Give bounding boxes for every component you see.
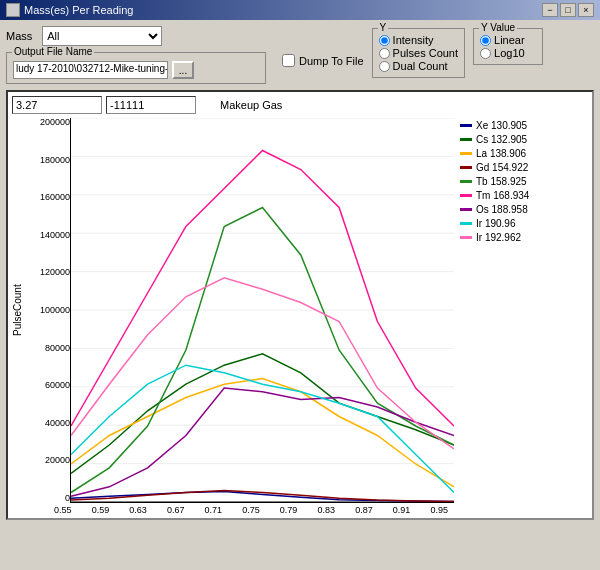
chart-header: 3.27 -11111 Makeup Gas xyxy=(12,96,588,114)
y-tick-20000: 20000 xyxy=(28,456,70,465)
chart-area: 3.27 -11111 Makeup Gas PulseCount 200000… xyxy=(6,90,594,520)
legend-item: Tm 168.934 xyxy=(460,190,586,201)
browse-button[interactable]: ... xyxy=(172,61,194,79)
makeup-gas-label: Makeup Gas xyxy=(220,99,282,111)
y-log10-row: Log10 xyxy=(480,47,536,59)
y-tick-0: 0 xyxy=(28,494,70,503)
main-panel: Mass All Output File Name ludy 17-2010\0… xyxy=(0,20,600,526)
y-dual-label: Dual Count xyxy=(393,60,448,72)
legend-item: La 138.906 xyxy=(460,148,586,159)
y-tick-200000: 200000 xyxy=(28,118,70,127)
maximize-button[interactable]: □ xyxy=(560,3,576,17)
legend-label: Ir 192.962 xyxy=(476,232,521,243)
y-pulses-label: Pulses Count xyxy=(393,47,458,59)
y-linear-label: Linear xyxy=(494,34,525,46)
y-tick-180000: 180000 xyxy=(28,156,70,165)
y-linear-radio[interactable] xyxy=(480,35,491,46)
legend-label: Ir 190.96 xyxy=(476,218,515,229)
legend-color-bar xyxy=(460,236,472,239)
legend-label: Tm 168.934 xyxy=(476,190,529,201)
mass-row: Mass All xyxy=(6,26,162,46)
dump-to-file-row: Dump To File xyxy=(282,54,364,67)
y-pulses-row: Pulses Count xyxy=(379,47,458,59)
legend-color-bar xyxy=(460,208,472,211)
minimize-button[interactable]: − xyxy=(542,3,558,17)
chart-legend: Xe 130.905Cs 132.905La 138.906Gd 154.922… xyxy=(458,118,588,245)
y-tick-120000: 120000 xyxy=(28,268,70,277)
y-group-label: Y xyxy=(378,22,389,33)
chart-plot-area xyxy=(70,118,454,503)
legend-color-bar xyxy=(460,180,472,183)
legend-label: Tb 158.925 xyxy=(476,176,527,187)
legend-item: Cs 132.905 xyxy=(460,134,586,145)
y-group: Y Intensity Pulses Count Dual Count xyxy=(372,28,465,78)
x-tick-055: 0.55 xyxy=(54,505,72,515)
legend-color-bar xyxy=(460,138,472,141)
window-controls: − □ × xyxy=(542,3,594,17)
legend-color-bar xyxy=(460,152,472,155)
legend-item: Ir 192.962 xyxy=(460,232,586,243)
legend-item: Gd 154.922 xyxy=(460,162,586,173)
chart-canvas xyxy=(71,118,454,502)
y-axis-label: PulseCount xyxy=(12,118,26,503)
dump-to-file-label: Dump To File xyxy=(299,55,364,67)
y-tick-80000: 80000 xyxy=(28,344,70,353)
title-bar: Mass(es) Per Reading − □ × xyxy=(0,0,600,20)
y-intensity-label: Intensity xyxy=(393,34,434,46)
x-tick-059: 0.59 xyxy=(92,505,110,515)
y-tick-100000: 100000 xyxy=(28,306,70,315)
y-log10-radio[interactable] xyxy=(480,48,491,59)
x-tick-067: 0.67 xyxy=(167,505,185,515)
top-controls: Mass All Output File Name ludy 17-2010\0… xyxy=(6,26,594,84)
legend-color-bar xyxy=(460,124,472,127)
y-tick-160000: 160000 xyxy=(28,193,70,202)
legend-item: Tb 158.925 xyxy=(460,176,586,187)
legend-label: Gd 154.922 xyxy=(476,162,528,173)
x-tick-071: 0.71 xyxy=(205,505,223,515)
y-value-group: Y Value Linear Log10 xyxy=(473,28,543,65)
y-tick-40000: 40000 xyxy=(28,419,70,428)
y-intensity-radio[interactable] xyxy=(379,35,390,46)
window-title: Mass(es) Per Reading xyxy=(24,4,133,16)
legend-color-bar xyxy=(460,166,472,169)
y-linear-row: Linear xyxy=(480,34,536,46)
legend-label: Xe 130.905 xyxy=(476,120,527,131)
y-dual-row: Dual Count xyxy=(379,60,458,72)
legend-label: Cs 132.905 xyxy=(476,134,527,145)
y-value-label: Y Value xyxy=(479,22,517,33)
mass-section: Mass All Output File Name ludy 17-2010\0… xyxy=(6,26,266,84)
y-dual-radio[interactable] xyxy=(379,61,390,72)
y-intensity-row: Intensity xyxy=(379,34,458,46)
x-tick-095: 0.95 xyxy=(430,505,448,515)
legend-label: La 138.906 xyxy=(476,148,526,159)
output-file-group: Output File Name ludy 17-2010\032712-Mik… xyxy=(6,52,266,84)
x-tick-labels: 0.55 0.59 0.63 0.67 0.71 0.75 0.79 0.83 … xyxy=(12,505,588,515)
x-tick-091: 0.91 xyxy=(393,505,411,515)
legend-color-bar xyxy=(460,194,472,197)
y-log10-label: Log10 xyxy=(494,47,525,59)
y-tick-labels: 200000 180000 160000 140000 120000 10000… xyxy=(28,118,70,503)
y-tick-140000: 140000 xyxy=(28,231,70,240)
legend-color-bar xyxy=(460,222,472,225)
chart-body: PulseCount 200000 180000 160000 140000 1… xyxy=(12,118,588,503)
chart-input-2[interactable]: -11111 xyxy=(106,96,196,114)
dump-to-file-checkbox[interactable] xyxy=(282,54,295,67)
x-tick-083: 0.83 xyxy=(317,505,335,515)
output-inner: ludy 17-2010\032712-Mike-tuning-pre ... xyxy=(13,61,259,79)
chart-input-1[interactable]: 3.27 xyxy=(12,96,102,114)
x-tick-075: 0.75 xyxy=(242,505,260,515)
output-file-label: Output File Name xyxy=(12,46,94,57)
app-icon xyxy=(6,3,20,17)
legend-label: Os 188.958 xyxy=(476,204,528,215)
x-tick-079: 0.79 xyxy=(280,505,298,515)
close-button[interactable]: × xyxy=(578,3,594,17)
legend-item: Xe 130.905 xyxy=(460,120,586,131)
x-tick-063: 0.63 xyxy=(129,505,147,515)
mass-select[interactable]: All xyxy=(42,26,162,46)
x-tick-087: 0.87 xyxy=(355,505,373,515)
y-tick-60000: 60000 xyxy=(28,381,70,390)
y-pulses-radio[interactable] xyxy=(379,48,390,59)
output-file-text: ludy 17-2010\032712-Mike-tuning-pre xyxy=(13,61,168,79)
mass-label: Mass xyxy=(6,30,32,42)
legend-item: Os 188.958 xyxy=(460,204,586,215)
